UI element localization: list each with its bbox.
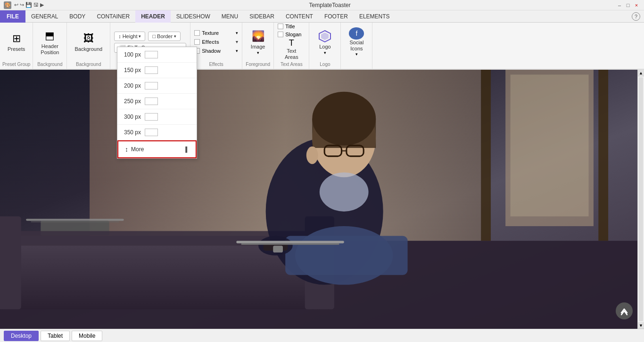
canvas-svg xyxy=(0,70,644,329)
effects-label: Effects xyxy=(202,39,219,45)
scroll-up-arrow[interactable]: ▲ xyxy=(638,70,644,76)
svg-rect-16 xyxy=(0,216,21,309)
slogan-checkbox-row[interactable]: Slogan xyxy=(278,31,301,38)
dropdown-item-250px[interactable]: 250 px xyxy=(117,94,197,109)
back-to-top-button[interactable] xyxy=(616,302,633,319)
image-group: 🌄 Image ▾ Foreground xyxy=(242,23,274,69)
menu-general[interactable]: GENERAL xyxy=(25,10,64,23)
tab-desktop[interactable]: Desktop xyxy=(4,331,39,341)
texture-label: Texture xyxy=(202,30,219,36)
canvas-area: ▲ ▼ xyxy=(0,70,644,329)
main-content: ⊞ Presets Preset Group ⬒ HeaderPosition … xyxy=(0,23,644,329)
app-icon: 🎨 xyxy=(4,1,11,9)
background-button[interactable]: 🖼 Background xyxy=(71,25,106,58)
help-button[interactable]: ? xyxy=(632,12,640,21)
text-areas-icon: T xyxy=(284,38,299,48)
slogan-checkbox[interactable] xyxy=(278,32,283,37)
menu-footer[interactable]: FOOTER xyxy=(319,10,354,23)
px-250-swatch xyxy=(145,98,158,105)
header-position-group: ⬒ HeaderPosition Background xyxy=(33,23,67,69)
svg-rect-6 xyxy=(481,70,491,241)
text-areas-label: TextAreas xyxy=(285,48,298,60)
menu-file[interactable]: FILE xyxy=(0,10,25,23)
svg-rect-33 xyxy=(241,243,339,244)
effects-row[interactable]: Effects ▾ xyxy=(194,38,238,46)
social-icons-button[interactable]: f SocialIcons ▾ xyxy=(345,25,368,58)
height-button[interactable]: ↕ Height ▾ xyxy=(114,32,145,41)
shadow-row[interactable]: Shadow ▾ xyxy=(194,47,238,55)
presets-label: Presets xyxy=(8,46,25,52)
svg-rect-32 xyxy=(236,241,344,243)
canvas-photo xyxy=(0,70,644,329)
background-label: Background xyxy=(74,46,102,52)
dropdown-item-300px[interactable]: 300 px xyxy=(117,109,197,125)
background-icon: 🖼 xyxy=(81,31,96,46)
more-button[interactable]: ↕ More ▌ xyxy=(117,140,197,158)
svg-rect-11 xyxy=(26,219,124,221)
menu-sidebar[interactable]: SIDEBAR xyxy=(244,10,280,23)
dropdown-item-350px[interactable]: 350 px xyxy=(117,125,197,140)
image-button[interactable]: 🌄 Image ▾ xyxy=(246,25,270,58)
menu-menu[interactable]: MENU xyxy=(216,10,244,23)
close-button[interactable]: × xyxy=(633,1,640,9)
header-position-label: HeaderPosition xyxy=(41,43,59,56)
background-group: 🖼 Background Background xyxy=(67,23,110,69)
image-icon: 🌄 xyxy=(250,29,265,44)
logo-label: Logo xyxy=(319,44,330,50)
px-350-label: 350 px xyxy=(124,129,141,136)
title-checkbox-row[interactable]: Title xyxy=(278,23,295,30)
toolbar: ⊞ Presets Preset Group ⬒ HeaderPosition … xyxy=(0,23,644,70)
menu-body[interactable]: BODY xyxy=(64,10,91,23)
border-dropdown-arrow: ▾ xyxy=(174,34,176,39)
scroll-down-arrow[interactable]: ▼ xyxy=(638,322,644,329)
effects-group-label: Effects xyxy=(190,62,242,67)
border-label: Border xyxy=(157,33,173,39)
text-areas-button[interactable]: T TextAreas xyxy=(280,38,303,61)
menu-container[interactable]: CONTAINER xyxy=(91,10,135,23)
px-350-swatch xyxy=(145,129,158,136)
scroll-thumb[interactable] xyxy=(639,77,643,321)
svg-point-27 xyxy=(306,147,318,164)
effects-checkbox[interactable] xyxy=(194,39,200,45)
height-label: Height xyxy=(123,33,138,39)
px-300-swatch xyxy=(145,113,158,121)
social-icons-label: SocialIcons xyxy=(349,40,363,52)
dropdown-item-150px[interactable]: 150 px xyxy=(117,63,197,78)
minimize-button[interactable]: – xyxy=(616,1,623,9)
texture-arrow: ▾ xyxy=(236,31,238,35)
logo-icon xyxy=(317,29,332,44)
svg-point-31 xyxy=(320,172,369,212)
height-dropdown-menu: 100 px 150 px 200 px 250 px 300 px xyxy=(117,47,197,159)
header-position-group-label: Background xyxy=(33,62,66,67)
tab-tablet[interactable]: Tablet xyxy=(41,331,70,341)
logo-button[interactable]: Logo ▾ xyxy=(313,25,337,58)
menu-elements[interactable]: ELEMENTS xyxy=(354,10,396,23)
menu-header[interactable]: HEADER xyxy=(135,10,171,23)
preset-group-label: Preset Group xyxy=(0,62,33,67)
logo-group: Logo ▾ Logo xyxy=(309,23,341,69)
logo-dropdown: ▾ xyxy=(324,50,326,55)
dropdown-item-100px[interactable]: 100 px xyxy=(117,47,197,63)
title-checkbox[interactable] xyxy=(278,24,283,29)
svg-rect-30 xyxy=(273,246,283,253)
header-position-icon: ⬒ xyxy=(42,28,58,43)
header-position-button[interactable]: ⬒ HeaderPosition xyxy=(37,25,63,58)
title-label: Title xyxy=(285,24,295,29)
px-300-label: 300 px xyxy=(124,114,141,120)
px-100-swatch xyxy=(145,51,158,58)
presets-button[interactable]: ⊞ Presets xyxy=(4,25,29,58)
maximize-button[interactable]: □ xyxy=(624,1,632,9)
px-200-swatch xyxy=(145,82,158,90)
dropdown-item-200px[interactable]: 200 px xyxy=(117,78,197,94)
back-to-top-icon xyxy=(619,306,629,316)
menu-slideshow[interactable]: SLIDESHOW xyxy=(171,10,216,23)
tab-mobile[interactable]: Mobile xyxy=(72,331,102,341)
shadow-arrow: ▾ xyxy=(236,49,238,53)
texture-row[interactable]: Texture ▾ xyxy=(194,29,238,37)
menu-content[interactable]: CONTENT xyxy=(280,10,319,23)
image-group-label: Foreground xyxy=(242,62,273,67)
bottom-bar: Desktop Tablet Mobile xyxy=(0,329,644,342)
texture-checkbox[interactable] xyxy=(194,30,200,36)
border-button[interactable]: □ Border ▾ xyxy=(148,32,181,41)
social-icons-group: f SocialIcons ▾ xyxy=(341,23,372,69)
